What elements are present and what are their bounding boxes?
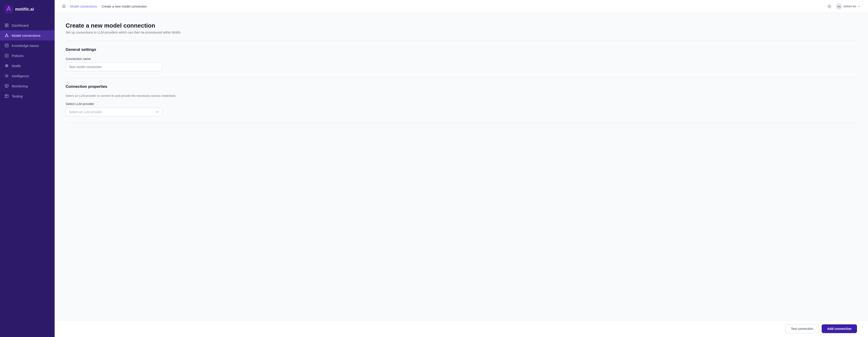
page-subtitle: Set up connections to LLM providers whic…: [66, 31, 857, 34]
svg-line-39: [828, 5, 828, 5]
footer-actions: Test connection Add connection: [55, 320, 868, 337]
sidebar: motific.ai Dashboard Model connections K…: [0, 0, 55, 337]
connection-name-input[interactable]: [66, 62, 162, 71]
sidebar-item-knowledge-bases[interactable]: Knowledge bases: [0, 40, 55, 51]
sidebar-item-dashboard[interactable]: Dashboard: [0, 20, 55, 30]
connection-properties-title: Connection properties: [66, 84, 857, 89]
breadcrumb-separator-2: ›: [99, 5, 100, 8]
policies-icon: [5, 54, 9, 58]
svg-point-24: [6, 75, 7, 77]
svg-line-10: [7, 34, 8, 36]
sidebar-item-label: Motifs: [12, 64, 21, 68]
breadcrumb-home-icon[interactable]: [62, 4, 66, 8]
sidebar-item-label: Dashboard: [12, 24, 28, 27]
sidebar-item-monitoring[interactable]: Monitoring: [0, 81, 55, 91]
svg-rect-5: [5, 26, 6, 27]
svg-point-36: [829, 5, 830, 7]
sidebar-item-model-connections[interactable]: Model connections: [0, 30, 55, 40]
connection-name-group: Connection name: [66, 57, 857, 71]
sidebar-item-motifs[interactable]: Motifs: [0, 61, 55, 71]
breadcrumb-current: Create a new model connection: [102, 5, 147, 8]
sidebar-item-label: Knowledge bases: [12, 44, 39, 48]
breadcrumb-parent[interactable]: Model connections: [70, 5, 97, 8]
llm-provider-select[interactable]: Select an LLM provider: [66, 108, 162, 116]
test-connection-button[interactable]: Test connection: [785, 324, 819, 333]
dashboard-icon: [5, 23, 9, 27]
svg-point-11: [5, 44, 8, 45]
theme-toggle[interactable]: [826, 3, 833, 10]
breadcrumb-separator-1: ›: [67, 5, 68, 8]
avatar: tm: [836, 3, 842, 10]
sidebar-item-label: Monitoring: [12, 84, 28, 88]
general-settings-section: General settings Connection name: [66, 47, 857, 71]
page-title: Create a new model connection: [66, 22, 857, 29]
testing-icon: [5, 94, 9, 98]
monitoring-icon: [5, 84, 9, 88]
llm-provider-group: Select LLM provider Select an LLM provid…: [66, 102, 857, 116]
connection-name-label: Connection name: [66, 57, 857, 61]
svg-point-1: [8, 6, 9, 7]
sidebar-navigation: Dashboard Model connections Knowledge ba…: [0, 19, 55, 337]
svg-rect-3: [7, 24, 8, 25]
logo-text: motific.ai: [15, 7, 34, 12]
logo-icon: [5, 5, 13, 13]
svg-line-32: [7, 75, 8, 75]
motifs-icon: [5, 64, 9, 68]
sidebar-item-label: Policies: [12, 54, 24, 58]
svg-line-9: [5, 34, 7, 36]
topbar-right: tm tmmm tm: [826, 3, 861, 10]
sidebar-item-intelligence[interactable]: Intelligence: [0, 71, 55, 81]
add-connection-button[interactable]: Add connection: [822, 325, 857, 333]
svg-line-30: [7, 77, 8, 77]
user-menu[interactable]: tm tmmm tm: [836, 3, 861, 10]
intelligence-icon: [5, 74, 9, 78]
divider-3: [66, 123, 857, 123]
svg-line-29: [5, 75, 6, 75]
main-area: › Model connections › Create a new model…: [55, 0, 868, 337]
sidebar-item-label: Model connections: [12, 33, 40, 37]
sidebar-item-testing[interactable]: Testing: [0, 91, 55, 101]
breadcrumb: › Model connections › Create a new model…: [62, 4, 147, 8]
model-connections-icon: [5, 33, 9, 37]
svg-rect-4: [7, 26, 8, 27]
svg-rect-2: [5, 24, 6, 25]
knowledge-bases-icon: [5, 44, 9, 48]
logo[interactable]: motific.ai: [0, 0, 55, 19]
svg-line-44: [831, 5, 831, 5]
sidebar-item-label: Intelligence: [12, 74, 29, 78]
user-name: tmmm tm: [844, 5, 856, 8]
llm-provider-label: Select LLM provider: [66, 102, 857, 106]
chevron-down-icon: [858, 5, 861, 8]
content-area: Create a new model connection Set up con…: [55, 13, 868, 337]
sidebar-item-label: Testing: [12, 94, 23, 98]
sidebar-item-policies[interactable]: Policies: [0, 51, 55, 61]
divider-2: [66, 78, 857, 78]
connection-properties-section: Connection properties Select an LLM prov…: [66, 84, 857, 116]
svg-line-31: [5, 77, 6, 77]
topbar: › Model connections › Create a new model…: [55, 0, 868, 13]
connection-properties-description: Select an LLM provider to connect to and…: [66, 94, 857, 97]
general-settings-title: General settings: [66, 47, 857, 52]
